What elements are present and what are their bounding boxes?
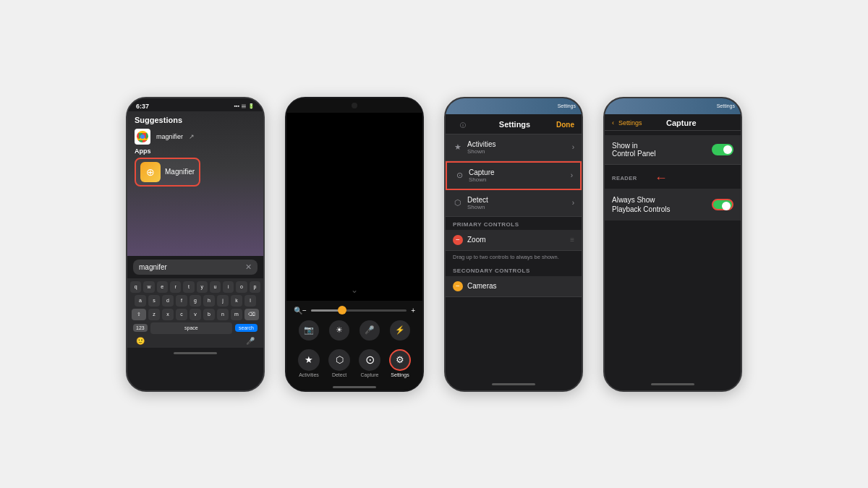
cameras-secondary-item[interactable]: − Cameras: [446, 276, 582, 297]
key-k[interactable]: k: [231, 295, 242, 307]
key-backspace[interactable]: ⌫: [244, 309, 259, 320]
key-w[interactable]: w: [143, 281, 154, 293]
home-bar-3: [492, 383, 535, 385]
key-q[interactable]: q: [130, 281, 141, 293]
search-bar[interactable]: magnifer ✕: [133, 260, 258, 275]
phone3-nav: ⓘ Settings Done: [446, 114, 582, 134]
detect-title: Detect: [467, 196, 488, 204]
phone3-done-button[interactable]: Done: [556, 121, 574, 129]
zoom-out-icon[interactable]: 🔍−: [294, 307, 307, 314]
phone4-nav: ‹ Settings Capture: [605, 114, 741, 131]
phone2-top-bar: [286, 98, 422, 113]
tab-detect[interactable]: ⬡ Detect: [328, 349, 350, 377]
emoji-icon[interactable]: 🙂: [136, 337, 145, 345]
flash-icon[interactable]: ⚡: [390, 320, 410, 341]
key-c[interactable]: c: [176, 309, 187, 320]
key-m[interactable]: m: [231, 309, 242, 320]
key-s[interactable]: s: [148, 295, 160, 307]
capture-item-text: Capture Shown: [469, 168, 495, 183]
control-icons-row: 📷 ☀ 🎤 ⚡: [294, 320, 415, 341]
key-v[interactable]: v: [190, 309, 201, 320]
capture-chevron-icon: ›: [571, 171, 573, 179]
key-n[interactable]: n: [217, 309, 229, 320]
drag-handle-icon: ≡: [570, 236, 574, 244]
capture-item-left: ⊙ Capture Shown: [454, 168, 495, 183]
zoom-slider[interactable]: [311, 309, 407, 312]
key-y[interactable]: y: [197, 281, 208, 293]
show-in-control-panel-label: Show inControl Panel: [612, 142, 656, 158]
key-a[interactable]: a: [135, 295, 146, 307]
detect-icon: ⬡: [453, 198, 463, 207]
detect-tab-icon: ⬡: [328, 349, 350, 371]
key-b[interactable]: b: [203, 309, 215, 320]
red-arrow-icon: ←: [655, 171, 668, 186]
activities-title: Activities: [467, 140, 495, 148]
key-i[interactable]: i: [223, 281, 234, 293]
settings-text-small-4: Settings: [717, 103, 735, 108]
key-123[interactable]: 123: [133, 324, 148, 332]
activities-chevron-icon: ›: [572, 143, 574, 151]
settings-tab-label: Settings: [391, 372, 409, 377]
key-d[interactable]: d: [162, 295, 174, 307]
key-t[interactable]: t: [183, 281, 194, 293]
phone1-status-bar: 6:37 ▪▪▪ 𝄙 🔋: [127, 98, 263, 111]
reader-section-label: READER ←: [605, 165, 741, 189]
detect-list-item[interactable]: ⬡ Detect Shown ›: [446, 190, 582, 217]
phone4-back-label[interactable]: Settings: [618, 119, 642, 127]
tab-activities[interactable]: ★ Activities: [298, 349, 320, 377]
key-j[interactable]: j: [217, 295, 229, 307]
playback-controls-toggle[interactable]: [712, 199, 733, 210]
phone1-home-indicator: [127, 348, 263, 359]
cameras-minus-icon[interactable]: −: [453, 281, 463, 291]
key-space[interactable]: space: [150, 322, 232, 334]
key-l[interactable]: l: [244, 295, 256, 307]
capture-list-item[interactable]: ⊙ Capture Shown ›: [446, 161, 582, 190]
playback-controls-row[interactable]: Always ShowPlayback Controls: [605, 189, 741, 221]
activities-sub: Shown: [467, 148, 495, 155]
key-search[interactable]: search: [235, 324, 258, 332]
phone-3-frame: Settings ⓘ Settings Done ★ Activities Sh…: [444, 97, 583, 392]
zoom-primary-item[interactable]: − Zoom ≡: [446, 230, 582, 251]
camera-icon[interactable]: 📷: [299, 320, 319, 341]
tab-settings[interactable]: ⚙ Settings: [389, 349, 411, 377]
zoom-row: 🔍− +: [294, 307, 415, 314]
keyboard-row-1: q w e r t y u i o p: [130, 281, 260, 293]
magnifier-app-item[interactable]: ⊕ Magnifier: [135, 158, 200, 187]
key-o[interactable]: o: [236, 281, 247, 293]
zoom-primary-title: Zoom: [467, 236, 486, 244]
zoom-slider-fill: [311, 309, 340, 312]
chevron-down-icon: ⌄: [351, 285, 358, 295]
key-x[interactable]: x: [162, 309, 174, 320]
key-e[interactable]: e: [157, 281, 168, 293]
show-in-control-panel-toggle[interactable]: [712, 144, 733, 155]
key-u[interactable]: u: [210, 281, 221, 293]
primary-controls-section-label: PRIMARY CONTROLS: [446, 217, 582, 230]
capture-sub: Shown: [469, 176, 495, 183]
key-f[interactable]: f: [176, 295, 187, 307]
phone-2-frame: ⌄ 🔍− + 📷 ☀ 🎤 ⚡ ★: [285, 97, 424, 392]
key-h[interactable]: h: [203, 295, 215, 307]
phone3-home-indicator: [446, 379, 582, 390]
zoom-in-icon[interactable]: +: [411, 307, 415, 314]
key-z[interactable]: z: [148, 309, 160, 320]
mic-icon[interactable]: 🎤: [246, 337, 255, 345]
audio-icon[interactable]: 🎤: [359, 320, 380, 341]
search-input-text[interactable]: magnifer: [139, 263, 167, 271]
phone-4-frame: Settings ‹ Settings Capture Show inContr…: [603, 97, 742, 392]
detect-item-text: Detect Shown: [467, 196, 488, 210]
detect-sub: Shown: [467, 204, 488, 210]
suggestion-chrome[interactable]: magnifier ↗: [135, 129, 256, 145]
key-r[interactable]: r: [170, 281, 181, 293]
key-shift[interactable]: ⇧: [132, 309, 146, 320]
activities-list-item[interactable]: ★ Activities Shown ›: [446, 134, 582, 161]
key-g[interactable]: g: [190, 295, 201, 307]
phone2-home-indicator: [286, 382, 422, 392]
tab-capture[interactable]: ⊙ Capture: [359, 349, 380, 377]
clear-search-icon[interactable]: ✕: [245, 262, 252, 272]
zoom-minus-icon[interactable]: −: [453, 235, 463, 245]
cameras-title: Cameras: [467, 282, 497, 290]
brightness-icon[interactable]: ☀: [329, 320, 349, 341]
show-in-control-panel-row[interactable]: Show inControl Panel: [605, 135, 741, 165]
phone-1-frame: 6:37 ▪▪▪ 𝄙 🔋 Suggestions magnifier ↗: [126, 97, 265, 392]
key-p[interactable]: p: [250, 281, 260, 293]
